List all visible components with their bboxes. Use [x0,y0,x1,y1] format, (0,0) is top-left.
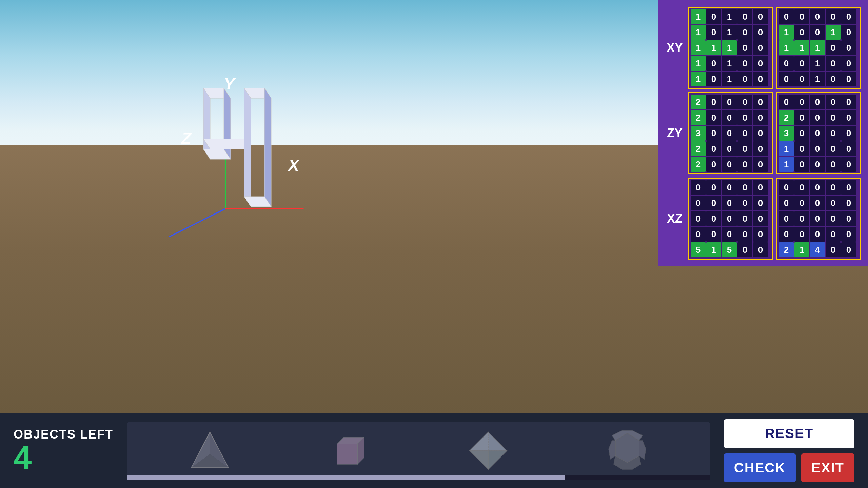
matrix-left-ZY: 2000020000300002000020000 [688,92,773,174]
buttons-section: RESET CHECK EXIT [724,419,854,482]
action-buttons-row: CHECK EXIT [724,453,854,482]
matrix-right-ZY: 0000020000300001000010000 [776,92,861,174]
svg-line-1 [169,209,225,237]
svg-marker-31 [639,441,646,459]
svg-marker-33 [609,441,615,459]
objects-left-count: 4 [14,442,32,474]
exit-button[interactable]: EXIT [801,453,854,482]
svg-marker-6 [203,139,251,149]
svg-marker-10 [244,88,251,207]
matrix-right-XY: 0000010010111000010000100 [776,7,861,89]
shape-cube[interactable] [322,427,376,474]
matrix-left-XY: 1010010100111001010010100 [688,7,773,89]
shape-3d [190,81,298,210]
matrix-right-XZ: 0000000000000000000021400 [776,178,861,260]
viewport: Y Z X [0,0,868,413]
matrix-panel: XY10100101001110010100101000000010010111… [658,0,868,266]
progress-bar [127,475,710,480]
svg-marker-11 [264,88,271,207]
shape-dodecahedron[interactable] [600,427,654,474]
main-container: Y Z X [0,0,868,488]
svg-marker-20 [337,444,357,464]
shape-octahedron[interactable] [461,427,515,474]
matrix-left-XZ: 0000000000000000000051500 [688,178,773,260]
matrix-label-zy: ZY [665,126,685,140]
reset-button[interactable]: RESET [724,419,854,448]
bottom-panel: OBJECTS LEFT 4 [0,413,868,488]
objects-left-section: OBJECTS LEFT 4 [14,427,113,474]
check-button[interactable]: CHECK [724,453,796,482]
matrix-label-xz: XZ [665,211,685,226]
shape-tetrahedron[interactable] [183,427,237,474]
matrix-label-xy: XY [665,41,685,55]
progress-bar-fill [127,475,565,480]
shape-picker [127,422,710,480]
